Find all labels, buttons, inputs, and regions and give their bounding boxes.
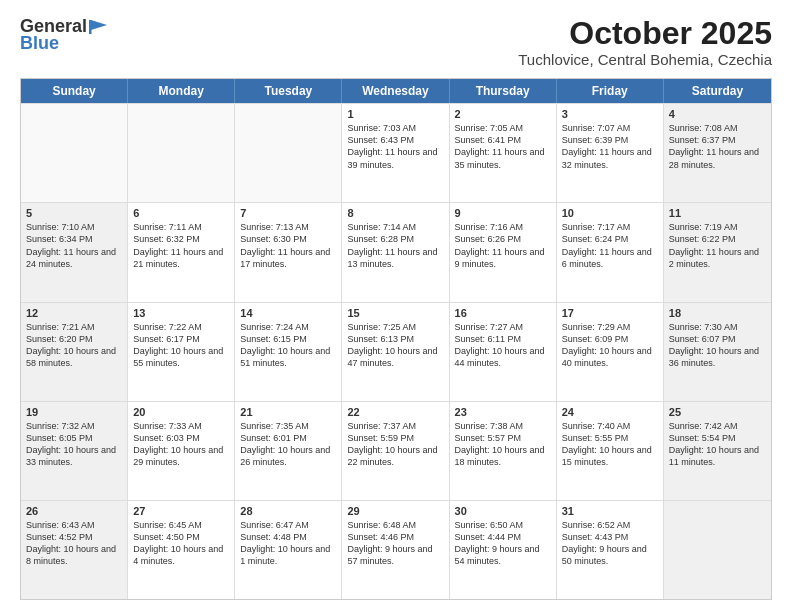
header: General Blue October 2025 Tuchlovice, Ce… (20, 16, 772, 68)
day-13: 13Sunrise: 7:22 AMSunset: 6:17 PMDayligh… (128, 303, 235, 401)
day-19: 19Sunrise: 7:32 AMSunset: 6:05 PMDayligh… (21, 402, 128, 500)
logo-blue: Blue (20, 33, 59, 54)
week-2: 5Sunrise: 7:10 AMSunset: 6:34 PMDaylight… (21, 202, 771, 301)
day-27: 27Sunrise: 6:45 AMSunset: 4:50 PMDayligh… (128, 501, 235, 599)
cell-info: Sunrise: 7:17 AMSunset: 6:24 PMDaylight:… (562, 221, 658, 270)
daylight-hours: Daylight: 10 hours and 51 minutes. (240, 346, 330, 368)
day-number: 31 (562, 505, 658, 517)
day-number: 21 (240, 406, 336, 418)
day-7: 7Sunrise: 7:13 AMSunset: 6:30 PMDaylight… (235, 203, 342, 301)
day-28: 28Sunrise: 6:47 AMSunset: 4:48 PMDayligh… (235, 501, 342, 599)
day-number: 28 (240, 505, 336, 517)
day-number: 1 (347, 108, 443, 120)
week-4: 19Sunrise: 7:32 AMSunset: 6:05 PMDayligh… (21, 401, 771, 500)
day-14: 14Sunrise: 7:24 AMSunset: 6:15 PMDayligh… (235, 303, 342, 401)
daylight-hours: Daylight: 11 hours and 2 minutes. (669, 247, 759, 269)
day-number: 3 (562, 108, 658, 120)
cell-info: Sunrise: 7:03 AMSunset: 6:43 PMDaylight:… (347, 122, 443, 171)
cell-info: Sunrise: 6:48 AMSunset: 4:46 PMDaylight:… (347, 519, 443, 568)
day-22: 22Sunrise: 7:37 AMSunset: 5:59 PMDayligh… (342, 402, 449, 500)
empty-cell (235, 104, 342, 202)
month-title: October 2025 (518, 16, 772, 51)
cell-info: Sunrise: 7:24 AMSunset: 6:15 PMDaylight:… (240, 321, 336, 370)
day-8: 8Sunrise: 7:14 AMSunset: 6:28 PMDaylight… (342, 203, 449, 301)
daylight-hours: Daylight: 9 hours and 54 minutes. (455, 544, 540, 566)
day-number: 18 (669, 307, 766, 319)
daylight-hours: Daylight: 10 hours and 29 minutes. (133, 445, 223, 467)
daylight-hours: Daylight: 10 hours and 11 minutes. (669, 445, 759, 467)
day-11: 11Sunrise: 7:19 AMSunset: 6:22 PMDayligh… (664, 203, 771, 301)
empty-cell (664, 501, 771, 599)
day-number: 2 (455, 108, 551, 120)
cell-info: Sunrise: 7:35 AMSunset: 6:01 PMDaylight:… (240, 420, 336, 469)
day-number: 15 (347, 307, 443, 319)
day-number: 29 (347, 505, 443, 517)
cell-info: Sunrise: 7:25 AMSunset: 6:13 PMDaylight:… (347, 321, 443, 370)
day-16: 16Sunrise: 7:27 AMSunset: 6:11 PMDayligh… (450, 303, 557, 401)
daylight-hours: Daylight: 10 hours and 26 minutes. (240, 445, 330, 467)
svg-rect-1 (89, 20, 92, 34)
header-day-friday: Friday (557, 79, 664, 103)
daylight-hours: Daylight: 10 hours and 40 minutes. (562, 346, 652, 368)
cell-info: Sunrise: 7:13 AMSunset: 6:30 PMDaylight:… (240, 221, 336, 270)
day-number: 16 (455, 307, 551, 319)
daylight-hours: Daylight: 10 hours and 22 minutes. (347, 445, 437, 467)
cell-info: Sunrise: 7:08 AMSunset: 6:37 PMDaylight:… (669, 122, 766, 171)
cell-info: Sunrise: 7:27 AMSunset: 6:11 PMDaylight:… (455, 321, 551, 370)
logo-flag-icon (89, 20, 107, 34)
cell-info: Sunrise: 7:16 AMSunset: 6:26 PMDaylight:… (455, 221, 551, 270)
day-20: 20Sunrise: 7:33 AMSunset: 6:03 PMDayligh… (128, 402, 235, 500)
day-number: 13 (133, 307, 229, 319)
cell-info: Sunrise: 7:38 AMSunset: 5:57 PMDaylight:… (455, 420, 551, 469)
cell-info: Sunrise: 6:50 AMSunset: 4:44 PMDaylight:… (455, 519, 551, 568)
header-day-thursday: Thursday (450, 79, 557, 103)
logo: General Blue (20, 16, 107, 54)
daylight-hours: Daylight: 10 hours and 44 minutes. (455, 346, 545, 368)
day-number: 26 (26, 505, 122, 517)
daylight-hours: Daylight: 11 hours and 17 minutes. (240, 247, 330, 269)
day-number: 11 (669, 207, 766, 219)
daylight-hours: Daylight: 10 hours and 8 minutes. (26, 544, 116, 566)
title-block: October 2025 Tuchlovice, Central Bohemia… (518, 16, 772, 68)
day-number: 24 (562, 406, 658, 418)
daylight-hours: Daylight: 10 hours and 4 minutes. (133, 544, 223, 566)
day-number: 19 (26, 406, 122, 418)
day-4: 4Sunrise: 7:08 AMSunset: 6:37 PMDaylight… (664, 104, 771, 202)
day-number: 23 (455, 406, 551, 418)
cell-info: Sunrise: 7:19 AMSunset: 6:22 PMDaylight:… (669, 221, 766, 270)
day-29: 29Sunrise: 6:48 AMSunset: 4:46 PMDayligh… (342, 501, 449, 599)
cell-info: Sunrise: 6:43 AMSunset: 4:52 PMDaylight:… (26, 519, 122, 568)
day-17: 17Sunrise: 7:29 AMSunset: 6:09 PMDayligh… (557, 303, 664, 401)
cell-info: Sunrise: 7:22 AMSunset: 6:17 PMDaylight:… (133, 321, 229, 370)
daylight-hours: Daylight: 9 hours and 50 minutes. (562, 544, 647, 566)
header-day-saturday: Saturday (664, 79, 771, 103)
week-5: 26Sunrise: 6:43 AMSunset: 4:52 PMDayligh… (21, 500, 771, 599)
daylight-hours: Daylight: 10 hours and 15 minutes. (562, 445, 652, 467)
cell-info: Sunrise: 7:40 AMSunset: 5:55 PMDaylight:… (562, 420, 658, 469)
calendar: SundayMondayTuesdayWednesdayThursdayFrid… (20, 78, 772, 600)
day-number: 4 (669, 108, 766, 120)
header-day-wednesday: Wednesday (342, 79, 449, 103)
cell-info: Sunrise: 7:11 AMSunset: 6:32 PMDaylight:… (133, 221, 229, 270)
day-15: 15Sunrise: 7:25 AMSunset: 6:13 PMDayligh… (342, 303, 449, 401)
cell-info: Sunrise: 7:14 AMSunset: 6:28 PMDaylight:… (347, 221, 443, 270)
cell-info: Sunrise: 7:30 AMSunset: 6:07 PMDaylight:… (669, 321, 766, 370)
daylight-hours: Daylight: 10 hours and 33 minutes. (26, 445, 116, 467)
daylight-hours: Daylight: 10 hours and 36 minutes. (669, 346, 759, 368)
daylight-hours: Daylight: 11 hours and 9 minutes. (455, 247, 545, 269)
day-number: 17 (562, 307, 658, 319)
daylight-hours: Daylight: 11 hours and 32 minutes. (562, 147, 652, 169)
day-number: 12 (26, 307, 122, 319)
day-number: 25 (669, 406, 766, 418)
daylight-hours: Daylight: 11 hours and 13 minutes. (347, 247, 437, 269)
daylight-hours: Daylight: 10 hours and 58 minutes. (26, 346, 116, 368)
day-30: 30Sunrise: 6:50 AMSunset: 4:44 PMDayligh… (450, 501, 557, 599)
day-number: 14 (240, 307, 336, 319)
day-number: 22 (347, 406, 443, 418)
daylight-hours: Daylight: 11 hours and 35 minutes. (455, 147, 545, 169)
cell-info: Sunrise: 7:32 AMSunset: 6:05 PMDaylight:… (26, 420, 122, 469)
day-number: 20 (133, 406, 229, 418)
empty-cell (128, 104, 235, 202)
day-number: 6 (133, 207, 229, 219)
page: General Blue October 2025 Tuchlovice, Ce… (0, 0, 792, 612)
